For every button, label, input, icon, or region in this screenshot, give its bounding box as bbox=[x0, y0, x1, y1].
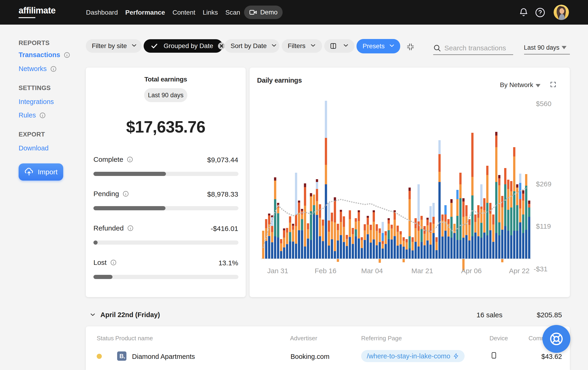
svg-text:B: B bbox=[119, 353, 124, 359]
